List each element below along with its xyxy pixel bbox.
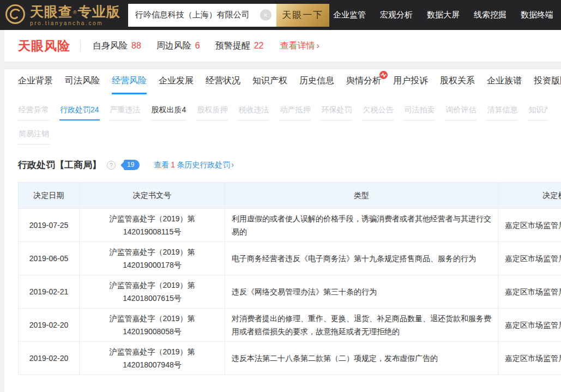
- tab-investment-map[interactable]: 投资版图: [534, 69, 561, 94]
- subtab-ip-pledge[interactable]: 知识产权出质: [528, 105, 547, 120]
- subtab-inquiry-evaluation[interactable]: 询价评估: [445, 105, 476, 120]
- subtab-judicial-auction[interactable]: 司法拍卖: [403, 105, 435, 120]
- pulse-badge-icon: [379, 71, 388, 79]
- risk-items: 自身风险88 周边风险6 预警提醒22: [93, 40, 264, 52]
- table-row: 2019-06-05 沪监管嘉处字（2019）第142019000178号 电子…: [19, 242, 561, 275]
- tab-judicial-risk[interactable]: 司法风险: [65, 69, 100, 94]
- subtab-equity-pledge-reg[interactable]: 股权出质4: [151, 105, 187, 120]
- tab-user-complaints[interactable]: 用户投诉: [393, 69, 428, 94]
- chevron-right-icon: ›: [317, 41, 319, 50]
- count-badge: 19: [124, 160, 140, 170]
- cell-date: 2019-02-20: [19, 309, 80, 342]
- sub-tab-row-1: 经营异常 行政处罚24 严重违法 股权出质4 股权质押 税收违法 动产抵押 环保…: [18, 105, 547, 120]
- cell-authority: 嘉定区市场监管局: [498, 209, 561, 242]
- penalty-table-wrap: 决定日期 决定书文号 类型 决定机关 2019-07-25 沪监管嘉处字（201…: [18, 182, 561, 375]
- subtab-simple-cancellation[interactable]: 简易注销: [18, 129, 50, 144]
- top-navbar: 天眼查 ® 专业版 pro.tianyancha.com × 天眼一下 企业监管…: [0, 0, 561, 30]
- logo-domain: pro.tianyancha.com: [30, 20, 120, 26]
- nav-link-macro-analysis[interactable]: 宏观分析: [380, 10, 413, 20]
- cell-authority: 嘉定区市场监管局: [498, 309, 561, 342]
- cell-doc-no: 沪监管嘉处字（2019）第142018007948号: [80, 342, 225, 375]
- nav-link-clue-mining[interactable]: 线索挖掘: [474, 10, 506, 20]
- company-search-box: ×: [128, 4, 276, 27]
- tab-operating-risk[interactable]: 经营风险: [112, 69, 147, 94]
- risk-item-surrounding[interactable]: 周边风险6: [156, 40, 200, 52]
- sub-tab-bar: 经营异常 行政处罚24 严重违法 股权出质4 股权质押 税收违法 动产抵押 环保…: [4, 94, 561, 144]
- subtab-tax-arrears[interactable]: 欠税公告: [362, 105, 394, 120]
- subtab-environmental-penalty[interactable]: 环保处罚: [321, 105, 352, 120]
- company-detail-card: 企业背景 司法风险 经营风险 企业发展 经营状况 知识产权 历史信息 舆情分析 …: [4, 69, 561, 392]
- cell-type: 对消费者提出的修理、重作、更换、退货、补足商品数量、退还货款和服务费用或者赔偿损…: [225, 309, 498, 342]
- help-icon[interactable]: ?: [107, 161, 116, 170]
- subtab-liquidation-info[interactable]: 清算信息: [486, 105, 518, 120]
- logo-title: 天眼查: [30, 4, 73, 19]
- nav-link-enterprise-supervision[interactable]: 企业监管: [333, 10, 366, 20]
- table-row: 2019-02-21 沪监管嘉处字（2019）第142018007615号 违反…: [19, 275, 561, 309]
- col-header-date: 决定日期: [19, 183, 80, 209]
- nav-link-data-terminal[interactable]: 数据终端: [521, 10, 553, 20]
- cell-date: 2019-02-20: [19, 342, 80, 375]
- cell-date: 2019-02-21: [19, 275, 80, 309]
- risk-item-self[interactable]: 自身风险88: [93, 40, 141, 52]
- table-header-row: 决定日期 决定书文号 类型 决定机关: [19, 183, 561, 209]
- risk-count-surrounding: 6: [195, 41, 200, 50]
- tab-company-development[interactable]: 企业发展: [159, 69, 194, 94]
- risk-detail-link[interactable]: 查看详情›: [280, 40, 319, 52]
- penalty-table: 决定日期 决定书文号 类型 决定机关 2019-07-25 沪监管嘉处字（201…: [18, 182, 561, 375]
- subtab-operating-abnormal[interactable]: 经营异常: [18, 105, 50, 120]
- section-gap: [4, 62, 561, 69]
- logo-suffix: 专业版: [78, 4, 120, 19]
- logo-text: 天眼查 ® 专业版 pro.tianyancha.com: [30, 4, 120, 26]
- col-header-doc-no: 决定书文号: [80, 183, 225, 209]
- tab-intellectual-property[interactable]: 知识产权: [252, 69, 287, 94]
- risk-brand-logo: 天眼风险: [18, 38, 70, 55]
- subtab-tax-violation[interactable]: 税收违法: [238, 105, 269, 120]
- page-content: 天眼风险 自身风险88 周边风险6 预警提醒22 查看详情› 企业背景 司法风险…: [4, 30, 561, 392]
- table-row: 2019-02-20 沪监管嘉处字（2019）第142019008058号 对消…: [19, 309, 561, 342]
- history-penalty-link[interactable]: 查看1条历史行政处罚›: [154, 160, 233, 170]
- cell-doc-no: 沪监管嘉处字（2019）第142019008115号: [80, 209, 225, 242]
- cell-type: 电子商务经营者违反《电子商务法》第十九条规定搭售商品、服务的行为: [225, 242, 498, 275]
- tab-company-background[interactable]: 企业背景: [18, 69, 53, 94]
- search-input[interactable]: [135, 10, 260, 20]
- tab-equity-relations[interactable]: 股权关系: [440, 69, 475, 94]
- section-title: 行政处罚【工商局】: [18, 159, 101, 171]
- search-button[interactable]: 天眼一下: [276, 4, 329, 27]
- risk-count-warning: 22: [254, 41, 264, 50]
- risk-item-warning[interactable]: 预警提醒22: [215, 40, 264, 52]
- col-header-authority: 决定机关: [498, 183, 561, 209]
- main-tab-bar: 企业背景 司法风险 经营风险 企业发展 经营状况 知识产权 历史信息 舆情分析 …: [4, 69, 561, 94]
- cell-authority: 嘉定区市场监管局: [498, 242, 561, 275]
- eye-swirl-icon: [4, 3, 26, 27]
- table-row: 2019-07-25 沪监管嘉处字（2019）第142019008115号 利用…: [19, 209, 561, 242]
- subtab-chattel-mortgage[interactable]: 动产抵押: [279, 105, 311, 120]
- table-row: 2019-02-20 沪监管嘉处字（2019）第142018007948号 违反…: [19, 342, 561, 375]
- subtab-administrative-penalty[interactable]: 行政处罚24: [59, 105, 100, 120]
- cell-type: 违反《网络交易管理办法》第三十条的行为: [225, 275, 498, 309]
- cell-doc-no: 沪监管嘉处字（2019）第142018007615号: [80, 275, 225, 309]
- history-count: 1: [171, 160, 175, 169]
- penalty-section-header: 行政处罚【工商局】 ? 19 查看1条历史行政处罚›: [18, 159, 547, 171]
- cell-doc-no: 沪监管嘉处字（2019）第142019008058号: [80, 309, 225, 342]
- top-nav-links: 企业监管 宏观分析 数据大屏 线索挖掘 数据终端: [333, 10, 553, 20]
- tab-history-info[interactable]: 历史信息: [299, 69, 334, 94]
- divider: [80, 40, 81, 52]
- registered-mark: ®: [73, 5, 77, 20]
- cell-type: 违反本法第二十八条第二款第（二）项规定，发布虚假广告的: [225, 342, 498, 375]
- cell-doc-no: 沪监管嘉处字（2019）第142019000178号: [80, 242, 225, 275]
- sub-tab-row-2: 简易注销: [18, 129, 547, 144]
- subtab-serious-violation[interactable]: 严重违法: [110, 105, 141, 120]
- tab-company-genealogy[interactable]: 企业族谱: [487, 69, 522, 94]
- cell-date: 2019-07-25: [19, 209, 80, 242]
- nav-link-data-screen[interactable]: 数据大屏: [427, 10, 460, 20]
- tab-operating-status[interactable]: 经营状况: [206, 69, 240, 94]
- clear-search-icon[interactable]: ×: [260, 9, 272, 21]
- cell-authority: 嘉定区市场监管局: [498, 275, 561, 309]
- tab-public-opinion[interactable]: 舆情分析: [346, 69, 381, 94]
- chevron-right-icon: ›: [231, 160, 234, 169]
- risk-count-self: 88: [131, 41, 141, 50]
- subtab-equity-pledge[interactable]: 股权质押: [196, 105, 228, 120]
- cell-date: 2019-06-05: [19, 242, 80, 275]
- cell-authority: 嘉定区市场监管局: [498, 342, 561, 375]
- tianyancha-logo[interactable]: 天眼查 ® 专业版 pro.tianyancha.com: [4, 3, 120, 27]
